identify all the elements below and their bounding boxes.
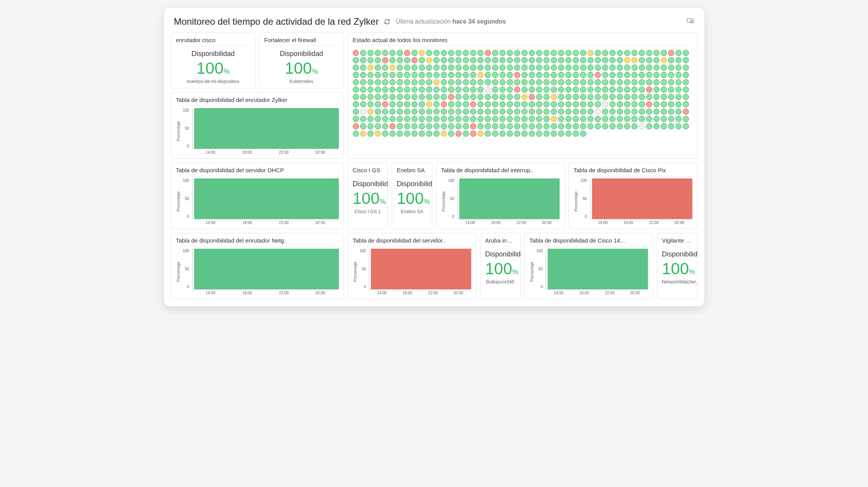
status-dot[interactable] [382,79,388,85]
status-dot[interactable] [463,94,469,100]
status-dot[interactable] [499,131,506,137]
status-dot[interactable] [411,101,418,107]
status-dot[interactable] [521,79,528,85]
status-dot[interactable] [448,109,454,115]
status-dot[interactable] [543,101,550,107]
status-dot[interactable] [463,123,469,129]
status-dot[interactable] [543,116,550,122]
status-dot[interactable] [455,64,462,71]
status-dot[interactable] [639,79,645,85]
status-dot[interactable] [441,64,447,71]
status-dot[interactable] [382,109,388,115]
status-dot[interactable] [470,50,476,56]
status-dot[interactable] [617,87,623,93]
status-dot[interactable] [609,57,616,63]
status-dot[interactable] [360,131,366,137]
status-dot[interactable] [639,94,645,100]
status-dot[interactable] [470,72,476,78]
status-dot[interactable] [631,94,638,100]
status-dot[interactable] [433,116,440,122]
status-dot[interactable] [448,64,454,71]
status-dot[interactable] [507,131,513,137]
status-dot[interactable] [470,79,476,85]
status-dot[interactable] [529,109,535,115]
status-dot[interactable] [470,94,476,100]
status-dot[interactable] [477,72,484,78]
status-dot[interactable] [617,94,623,100]
status-dot[interactable] [507,50,513,56]
status-dot[interactable] [580,116,586,122]
status-dot[interactable] [441,57,447,63]
status-dot[interactable] [580,79,586,85]
status-dot[interactable] [389,116,396,122]
status-dot[interactable] [382,101,388,107]
status-dot[interactable] [617,50,623,56]
status-dot[interactable] [675,94,682,100]
status-dot[interactable] [536,72,542,78]
status-dot[interactable] [404,116,410,122]
status-dot[interactable] [617,72,623,78]
status-dot[interactable] [668,50,674,56]
status-dot[interactable] [419,109,425,115]
status-dot[interactable] [543,64,550,71]
status-dot[interactable] [580,101,586,107]
status-dot[interactable] [609,87,616,93]
status-dot[interactable] [573,72,579,78]
status-dot[interactable] [353,109,359,115]
status-dot[interactable] [639,72,645,78]
status-dot[interactable] [624,116,630,122]
status-dot[interactable] [448,72,454,78]
status-dot[interactable] [617,123,623,129]
status-dot[interactable] [639,101,645,107]
status-dot[interactable] [661,87,667,93]
status-dot[interactable] [543,94,550,100]
status-dot[interactable] [536,123,542,129]
status-dot[interactable] [514,116,520,122]
status-dot[interactable] [646,116,652,122]
status-dot[interactable] [683,79,689,85]
status-dot[interactable] [536,131,542,137]
status-dot[interactable] [470,87,476,93]
status-dot[interactable] [573,79,579,85]
status-dot[interactable] [397,87,403,93]
status-dot[interactable] [551,101,557,107]
status-dot[interactable] [463,87,469,93]
status-dot[interactable] [653,50,660,56]
status-dot[interactable] [602,94,608,100]
status-dot[interactable] [485,79,491,85]
status-dot[interactable] [609,123,616,129]
status-dot[interactable] [485,109,491,115]
status-dot[interactable] [668,123,674,129]
status-dot[interactable] [580,109,586,115]
status-dot[interactable] [507,64,513,71]
status-dot[interactable] [441,87,447,93]
status-dot[interactable] [367,57,374,63]
status-dot[interactable] [389,109,396,115]
status-dot[interactable] [485,123,491,129]
status-dot[interactable] [624,57,630,63]
status-dot[interactable] [675,87,682,93]
status-dot[interactable] [683,116,689,122]
status-dot[interactable] [477,116,484,122]
status-dot[interactable] [463,101,469,107]
status-dot[interactable] [573,94,579,100]
status-dot[interactable] [492,123,498,129]
status-dot[interactable] [521,94,528,100]
status-dot[interactable] [514,79,520,85]
status-dot[interactable] [499,87,506,93]
status-dot[interactable] [492,57,498,63]
status-dot[interactable] [543,72,550,78]
status-dot[interactable] [353,64,359,71]
status-dot[interactable] [499,64,506,71]
status-dot[interactable] [536,87,542,93]
status-dot[interactable] [411,131,418,137]
status-dot[interactable] [514,109,520,115]
status-dot[interactable] [529,116,535,122]
status-dot[interactable] [492,72,498,78]
status-dot[interactable] [617,79,623,85]
refresh-icon[interactable] [384,19,390,25]
status-dot[interactable] [602,57,608,63]
status-dot[interactable] [426,57,432,63]
status-dot[interactable] [639,116,645,122]
status-dot[interactable] [470,101,476,107]
